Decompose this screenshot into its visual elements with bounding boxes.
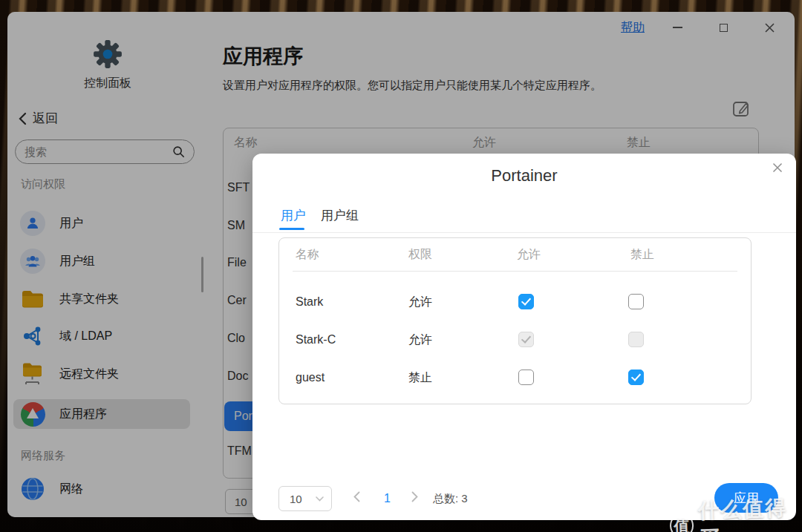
previous-page-button[interactable] (353, 491, 360, 505)
chevron-right-icon (411, 491, 418, 502)
page-size-select[interactable]: 10 (278, 486, 332, 511)
deny-checkbox[interactable] (628, 294, 644, 309)
allow-checkbox (518, 332, 534, 347)
header-divider (293, 271, 737, 272)
deny-checkbox[interactable] (628, 370, 644, 385)
column-header-deny: 禁止 (630, 238, 654, 271)
user-name: Stark (296, 286, 323, 318)
permissions-table: 名称 权限 允许 禁止 Stark 允许 Stark-C 允许 guest 禁止 (278, 237, 752, 404)
watermark-text: 什么值得买 (698, 493, 802, 532)
page-size-value: 10 (290, 493, 302, 505)
total-count-label: 总数: 3 (433, 492, 468, 506)
user-name: Stark-C (296, 324, 336, 356)
table-row: guest 禁止 (279, 361, 751, 394)
tab-user-groups[interactable]: 用户组 (321, 207, 359, 224)
permission: 禁止 (408, 361, 432, 394)
allow-checkbox[interactable] (518, 294, 534, 309)
column-header-allow: 允许 (517, 238, 541, 271)
chevron-down-icon (316, 496, 324, 502)
chevron-left-icon (353, 491, 360, 502)
watermark-badge: 值 (669, 513, 694, 532)
allow-checkbox[interactable] (518, 370, 534, 385)
table-row: Stark 允许 (279, 286, 751, 318)
tabs-divider (252, 232, 796, 233)
dialog-title: Portainer (252, 166, 796, 185)
column-header-permission: 权限 (408, 238, 432, 271)
column-header-name: 名称 (296, 238, 319, 271)
tab-users[interactable]: 用户 (281, 207, 306, 224)
next-page-button[interactable] (411, 491, 418, 505)
smzdm-watermark: 值 什么值得买 (669, 493, 802, 532)
page-number[interactable]: 1 (384, 492, 391, 505)
user-name: guest (296, 361, 325, 394)
permission: 允许 (408, 286, 432, 318)
active-tab-indicator (279, 228, 304, 230)
deny-checkbox (628, 332, 644, 347)
portainer-permissions-dialog: Portainer 用户 用户组 名称 权限 允许 禁止 Stark 允许 St… (252, 154, 796, 520)
permission: 允许 (408, 324, 432, 356)
table-row: Stark-C 允许 (279, 324, 751, 356)
